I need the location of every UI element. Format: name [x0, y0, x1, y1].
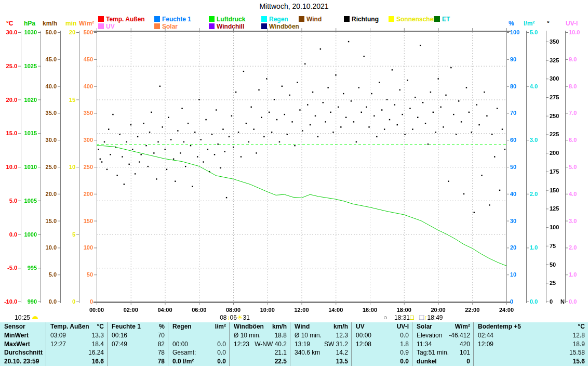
stat-row-label: 20.10. 23:59 — [0, 357, 46, 366]
stat-cell-time: Ø 10 min. — [234, 331, 261, 340]
stat-cell-value: 12.3 — [336, 331, 348, 340]
stat-row-label: MaxWert — [0, 340, 46, 349]
stat-cell-value: 14.2 — [336, 348, 348, 357]
stat-cell: 00:1670 — [107, 331, 168, 340]
stat-cell-value: 12.8 — [573, 331, 585, 340]
marker-time-label: 18:31 — [394, 314, 410, 321]
stat-cell: Ø 10 min.12.3 — [290, 331, 351, 340]
stat-col-header-2: Feuchte 1% — [107, 322, 168, 331]
sunset-marker: ↑18:49 — [419, 313, 443, 321]
stat-cell: 12:081.8 — [351, 340, 412, 349]
stat-cell-value: 15.58 — [569, 348, 585, 357]
moon-circle-icon: ○ — [383, 313, 387, 321]
marker-time-label: 10:25 — [15, 314, 30, 321]
stat-cell-value: -46.412 — [449, 331, 470, 340]
stat-col-header-1: Temp. Außen°C — [46, 322, 107, 331]
weather-chart-canvas — [0, 0, 588, 314]
stat-cell: 16.24 — [46, 348, 107, 357]
stat-cell: 13.5 — [290, 357, 351, 366]
stat-cell: 16.6 — [46, 357, 107, 366]
stat-cell-time: dunkel — [417, 357, 437, 366]
stat-cell-value: 16.24 — [88, 348, 104, 357]
stat-cell-value: 0.0 — [217, 340, 226, 349]
stat-cell-time: 12:23 — [234, 340, 249, 349]
sunrise-marker: 08↓06☀31 — [220, 313, 250, 321]
stat-cell-time: 340.6 km — [295, 348, 320, 357]
stat-cell-value: 70 — [158, 331, 165, 340]
stat-cell-time: 00:16 — [112, 331, 127, 340]
stat-cell-time: Elevation — [417, 331, 442, 340]
stat-cell: 00:000.0 — [351, 331, 412, 340]
stat-cell-value: 101 — [460, 348, 470, 357]
stat-cell-value: 0.0 — [400, 331, 409, 340]
stat-cell: 15.6 — [473, 357, 588, 366]
stat-col-header-3: Regenl/m² — [168, 322, 229, 331]
stat-col-unit: km/h — [333, 322, 348, 331]
stat-cell: 340.6 km14.2 — [290, 348, 351, 357]
stat-cell: 12:0918.9 — [473, 340, 588, 349]
stat-cell-value: 0 — [466, 357, 470, 366]
stat-cell-time: Ø 10 min. — [295, 331, 322, 340]
stat-col-unit: UV-I — [397, 322, 409, 331]
stat-row-label: Durchschnitt — [0, 348, 46, 357]
stat-cell — [168, 331, 229, 340]
stat-cell: 11:34420 — [412, 340, 473, 349]
stat-cell: Ø 10 min.18.8 — [229, 331, 290, 340]
sun-moon-markers: 10:2508↓06☀31○18:31↑18:49 — [0, 313, 588, 322]
stat-cell-time: 13:19 — [295, 340, 310, 349]
stat-cell-value: 1.8 — [400, 340, 409, 349]
sensor-stats-table: SensorTemp. Außen°CFeuchte 1%Regenl/m²Wi… — [0, 322, 588, 366]
stat-cell-time: 03:09 — [50, 331, 66, 340]
stat-cell-value: 0.0 — [217, 357, 226, 366]
stat-col-name: Bodentemp +5 — [478, 322, 521, 331]
stat-col-header-5: Windkm/h — [290, 322, 351, 331]
stat-col-name: Regen — [172, 322, 192, 331]
stat-col-unit: % — [159, 322, 165, 331]
stat-cell: 78 — [107, 348, 168, 357]
marker-time-label: 08 — [220, 314, 226, 321]
stat-cell: 02:4412.8 — [473, 331, 588, 340]
stat-cell: 0.0 l/m²0.0 — [168, 357, 229, 366]
stat-cell-value: 13.5 — [336, 357, 348, 366]
stat-col-unit: W/m² — [455, 322, 470, 331]
stat-col-unit: km/h — [272, 322, 287, 331]
stat-cell: 0.9 — [351, 348, 412, 357]
stat-cell-value: 82 — [158, 340, 165, 349]
stat-row-label: MinWert — [0, 331, 46, 340]
stat-cell-value: 78 — [158, 348, 165, 357]
stat-cell-value: 16.6 — [92, 357, 104, 366]
square-icon — [410, 316, 414, 320]
stat-col-header-7: SolarW/m² — [412, 322, 473, 331]
stat-col-unit: °C — [578, 322, 585, 331]
stat-cell-value: 0.0 — [400, 357, 409, 366]
moonrise-marker: 10:25 — [15, 313, 38, 321]
stat-cell-time: 12:27 — [50, 340, 66, 349]
stat-cell-value: 22.5 — [275, 357, 287, 366]
stat-cell-time: 00:00 — [172, 340, 188, 349]
moon-marker: ○ — [383, 313, 387, 321]
stat-cell-value: SW 31.2 — [324, 340, 348, 349]
marker-time-label: 06 — [230, 314, 236, 321]
stat-cell: Elevation-46.412 — [412, 331, 473, 340]
dusk-marker: 18:31 — [394, 313, 414, 321]
stat-col-name: Windböen — [234, 322, 264, 331]
stat-cell-time: 11:34 — [417, 340, 432, 349]
stat-cell: 15.58 — [473, 348, 588, 357]
weather-app-window: Mittwoch, 20.10.2021 Temp. AußenFeuchte … — [0, 0, 588, 366]
marker-time-label: 18:49 — [427, 314, 443, 321]
stat-col-header-6: UVUV-I — [351, 322, 412, 331]
stat-cell-value: 0.9 — [400, 348, 409, 357]
stat-cell: 03:0913.3 — [46, 331, 107, 340]
hump-icon — [32, 316, 38, 319]
stat-col-name: Feuchte 1 — [112, 322, 141, 331]
stat-col-header-8: Bodentemp +5°C — [473, 322, 588, 331]
stat-cell: 13:19SW 31.2 — [290, 340, 351, 349]
stat-cell: 12:23W-NW 40.2 — [229, 340, 290, 349]
stat-cell-value: W-NW 40.2 — [255, 340, 287, 349]
stat-cell-value: 15.6 — [573, 357, 585, 366]
stat-cell-value: 13.3 — [92, 331, 104, 340]
stat-cell-time: Tag:51 min. — [417, 348, 449, 357]
stat-col-name: Wind — [295, 322, 310, 331]
stat-cell: 07:4982 — [107, 340, 168, 349]
stat-cell-time: Gesamt: — [172, 348, 196, 357]
